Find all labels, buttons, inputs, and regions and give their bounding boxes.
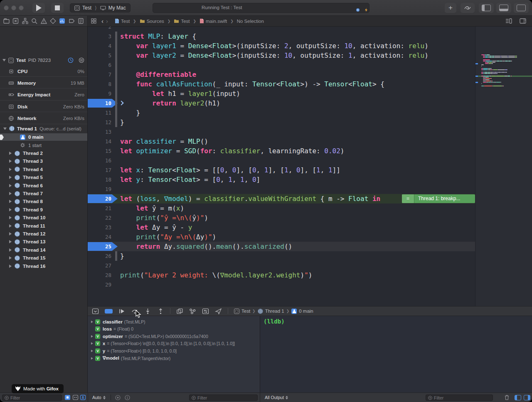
variables-scope-select[interactable]: Auto [92,395,106,400]
add-editor-icon[interactable] [520,18,526,24]
breadcrumb-item[interactable]: No Selection [237,19,264,24]
code-line-19[interactable]: 19 [88,184,475,194]
hide-debug-area-button[interactable] [92,308,99,314]
disclosure-triangle-icon[interactable] [91,350,93,352]
code-line-7[interactable]: 7 @differentiable [88,70,475,79]
toggle-inspector-button[interactable] [514,3,529,13]
gauge-row-network[interactable]: NetworkZero KB/s [0,113,88,124]
code-line-13[interactable]: 13 [88,127,475,137]
disclosure-triangle-icon[interactable] [91,357,93,360]
code-line-20[interactable]: 20let (loss, ∇model) = classifier.valueW… [88,194,475,203]
project-navigator-icon[interactable] [3,18,10,24]
disclosure-triangle-icon[interactable] [9,184,12,187]
info-circle-icon[interactable] [125,395,130,400]
stack-frame-row[interactable]: 0 main [0,133,88,141]
code-line-11[interactable]: 11 } [88,108,475,118]
activity-blue-icon[interactable] [356,6,360,10]
disclosure-triangle-icon[interactable] [9,152,12,155]
process-row[interactable]: TestPID 78223 [0,56,88,64]
console-filter-field[interactable]: Filter [426,395,493,401]
traffic-light-minimize[interactable] [11,5,16,10]
breadcrumb-item[interactable]: Sources [140,19,164,24]
code-line-2[interactable]: 2 [88,27,475,32]
find-navigator-icon[interactable] [31,18,37,24]
view-debugger-button[interactable] [176,308,183,314]
variable-row-0[interactable]: Vclassifier(Test.MLP) [88,318,260,325]
environment-overrides-button[interactable] [202,308,209,314]
report-navigator-icon[interactable] [78,18,84,24]
profile-in-instruments-icon[interactable] [68,57,74,63]
disclosure-triangle-icon[interactable] [9,248,12,252]
thread-row[interactable]: Thread 8 [0,198,88,205]
code-line-22[interactable]: 22 print("ŷ =\n\(ŷ)") [88,213,475,223]
variable-row-3[interactable]: Vx= (Tensor<Float>) \n[[0.0, 0.0],\n [0.… [88,340,260,347]
thread-row[interactable]: Thread 9 [0,206,88,213]
code-line-6[interactable]: 6 [88,60,475,70]
source-control-navigator-icon[interactable] [12,18,19,24]
breakpoints-toggle-button[interactable] [105,309,113,314]
breakpoint-annotation[interactable]: =Thread 1: breakp... [402,194,475,203]
traffic-light-zoom[interactable] [19,5,24,10]
step-out-button[interactable] [157,308,164,314]
thread-1-row[interactable]: Thread 1Queue: c...d (serial) [0,125,88,132]
breadcrumb-label[interactable]: Thread 1 [265,309,284,314]
gauge-row-disk[interactable]: DiskZero KB/s [0,101,88,112]
code-line-27[interactable]: 27 [88,261,475,270]
variable-row-5[interactable]: V∇model(Test.MLP.TangentVector) [88,355,260,362]
disclosure-triangle-icon[interactable] [9,208,12,211]
code-review-button[interactable] [461,3,475,13]
breadcrumb-label[interactable]: 0 main [299,309,313,314]
thread-row[interactable]: Thread 12 [0,230,88,238]
console[interactable]: (lldb) [260,316,532,392]
code-line-25[interactable]: 25 return Δy.squared().mean().scalarized… [88,242,475,251]
variables-filter-field[interactable]: Filter [189,395,258,401]
navigator-filter-field[interactable]: Filter [2,395,62,401]
console-output-select[interactable]: All Output [265,395,288,400]
stop-button[interactable] [51,3,64,13]
annotation-equals-chip[interactable]: = [402,194,414,203]
breadcrumb-item[interactable]: Test [115,18,130,24]
step-into-button[interactable] [144,308,151,314]
disclosure-triangle-icon[interactable] [9,232,12,235]
forward-button[interactable]: › [106,17,108,25]
toggle-debug-area-button[interactable] [496,3,511,13]
gauge-row-cpu[interactable]: CPU0% [0,66,88,77]
thread-row[interactable]: Thread 11 [0,222,88,230]
disclosure-triangle-icon[interactable] [9,256,12,260]
disclosure-triangle-icon[interactable] [9,216,12,219]
disclosure-triangle-icon[interactable] [91,321,93,323]
code-line-5[interactable]: 5 var layer2 = Dense<Float>(inputSize: 1… [88,51,475,60]
code-line-15[interactable]: 15let optimizer = SGD(for: classifier, l… [88,146,475,156]
thread-row[interactable]: Thread 10 [0,214,88,221]
disclosure-triangle-icon[interactable] [9,168,12,171]
minimap[interactable] [475,27,532,306]
toggle-variables-view-button[interactable] [515,395,521,400]
back-button[interactable]: ‹ [101,17,103,25]
thread-row[interactable]: Thread 6 [0,182,88,189]
run-button[interactable] [32,3,45,13]
code-line-24[interactable]: 24 print("Δy =\n\(Δy)") [88,232,475,242]
code-line-8[interactable]: 8 func callAsFunction(_ input: Tensor<Fl… [88,79,475,89]
disclosure-triangle-icon[interactable] [9,200,12,203]
disclosure-triangle-icon[interactable] [91,342,93,345]
code-line-16[interactable]: 16 [88,156,475,165]
breadcrumb-item[interactable]: main.swift [200,18,227,24]
scheme-selector[interactable]: Test ⟩ My Mac [70,3,131,12]
related-items-icon[interactable] [91,18,96,24]
thread-row[interactable]: Thread 2 [0,150,88,157]
flagged-threads-filter-icon[interactable] [72,395,79,400]
thread-row[interactable]: Thread 5 [0,174,88,181]
gauge-row-energy-impact[interactable]: Energy ImpactZero [0,90,88,100]
code-line-29[interactable]: 29 [88,280,475,289]
code-line-3[interactable]: 3struct MLP: Layer { [88,32,475,41]
disclosure-triangle-icon[interactable] [9,192,12,195]
test-navigator-icon[interactable] [50,18,56,24]
breadcrumb-label[interactable]: Test [241,309,250,314]
variable-row-2[interactable]: Voptimizer= (SGD<Test.MLP>) 0x000000011c… [88,333,260,340]
continue-button[interactable] [118,308,126,314]
thread-row[interactable]: Thread 15 [0,254,88,262]
disclosure-triangle-icon[interactable] [9,240,12,243]
code-line-23[interactable]: 23 let Δy = ŷ - y [88,223,475,232]
disclosure-triangle-icon[interactable] [9,265,12,268]
variable-row-4[interactable]: Vy= (Tensor<Float>) [0.0, 1.0, 1.0, 0.0] [88,347,260,354]
